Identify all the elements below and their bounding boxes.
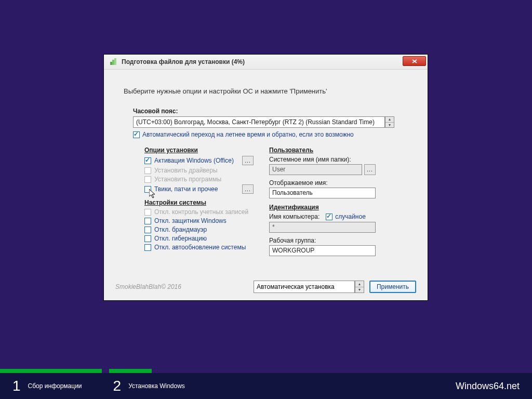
hibernate-checkbox[interactable] bbox=[144, 235, 151, 242]
settings-dialog: Подготовка файлов для установки (4%) Выб… bbox=[103, 54, 428, 301]
activate-more-button[interactable]: ... bbox=[242, 156, 254, 165]
app-icon bbox=[109, 58, 117, 66]
drivers-checkbox bbox=[144, 167, 151, 174]
defender-label: Откл. защитник Windows bbox=[154, 217, 227, 224]
apply-button[interactable]: Применить bbox=[369, 281, 416, 293]
dst-checkbox[interactable] bbox=[133, 131, 140, 138]
step-2-label: Установка Windows bbox=[128, 382, 185, 390]
compname-label: Имя компьютера: bbox=[269, 213, 320, 220]
brand-text: Windows64.net bbox=[456, 381, 520, 392]
svg-rect-0 bbox=[110, 62, 112, 65]
titlebar: Подготовка файлов для установки (4%) bbox=[104, 55, 428, 70]
drivers-label: Установить драйверы bbox=[154, 167, 218, 174]
install-mode-select[interactable]: Автоматическая установка bbox=[254, 281, 355, 293]
random-checkbox[interactable] bbox=[326, 214, 332, 220]
svg-rect-1 bbox=[112, 60, 114, 65]
tweaks-checkbox[interactable] bbox=[144, 186, 151, 193]
titlebar-text: Подготовка файлов для установки (4%) bbox=[122, 58, 245, 65]
tweaks-more-button[interactable]: ... bbox=[242, 184, 254, 194]
updates-label: Откл. автообновление системы bbox=[154, 244, 246, 251]
install-mode-spinner[interactable]: ▲▼ bbox=[355, 281, 364, 293]
programs-label: Установить программы bbox=[154, 176, 221, 183]
random-label: случайное bbox=[335, 213, 366, 220]
install-opts-title: Опции установки bbox=[144, 147, 254, 154]
tweaks-label: Твики, патчи и прочее bbox=[154, 185, 218, 193]
defender-checkbox[interactable] bbox=[144, 218, 151, 224]
sys-opts-title: Настройки системы bbox=[144, 199, 254, 206]
activate-label: Активация Windows (Office) bbox=[154, 157, 234, 164]
workgroup-label: Рабочая группа: bbox=[269, 237, 376, 244]
firewall-label: Откл. брандмауэр bbox=[154, 226, 207, 233]
updates-checkbox[interactable] bbox=[144, 244, 151, 251]
bottom-bar: 1 Сбор информации 2 Установка Windows Wi… bbox=[0, 373, 532, 399]
timezone-label: Часовой пояс: bbox=[133, 108, 416, 115]
dispname-label: Отображаемое имя: bbox=[269, 179, 376, 187]
step-1-number: 1 bbox=[12, 378, 21, 394]
close-button[interactable] bbox=[403, 56, 426, 66]
copyright-text: SmokieBlahBlah© 2016 bbox=[115, 283, 181, 290]
uac-label: Откл. контроль учетных записей bbox=[154, 208, 248, 216]
timezone-spinner[interactable]: ▲▼ bbox=[385, 116, 394, 128]
dispname-input[interactable]: Пользователь bbox=[269, 188, 376, 198]
ident-title: Идентификация bbox=[269, 204, 376, 211]
firewall-checkbox[interactable] bbox=[144, 227, 151, 233]
sysname-label: Системное имя (имя папки): bbox=[269, 156, 376, 163]
sysname-input[interactable]: User bbox=[269, 164, 362, 175]
sysname-more-button[interactable]: ... bbox=[364, 164, 376, 175]
step-1: 1 Сбор информации bbox=[12, 378, 82, 394]
workgroup-input[interactable]: WORKGROUP bbox=[269, 245, 376, 256]
programs-checkbox bbox=[144, 176, 151, 183]
svg-rect-2 bbox=[114, 58, 116, 65]
dst-label: Автоматический переход на летнее время и… bbox=[142, 131, 354, 138]
step-1-label: Сбор информации bbox=[28, 382, 82, 390]
hibernate-label: Откл. гибернацию bbox=[154, 235, 207, 242]
uac-checkbox bbox=[144, 209, 151, 216]
compname-input[interactable]: * bbox=[269, 222, 376, 233]
step-2-number: 2 bbox=[113, 378, 122, 394]
timezone-input[interactable]: (UTC+03:00) Волгоград, Москва, Санкт-Пет… bbox=[133, 116, 385, 128]
user-title: Пользователь bbox=[269, 147, 376, 154]
step-2: 2 Установка Windows bbox=[113, 378, 185, 394]
activate-checkbox[interactable] bbox=[144, 157, 151, 164]
instruction-text: Выберите нужные опции и настройки ОС и н… bbox=[124, 87, 416, 95]
progress-bar bbox=[0, 369, 532, 373]
